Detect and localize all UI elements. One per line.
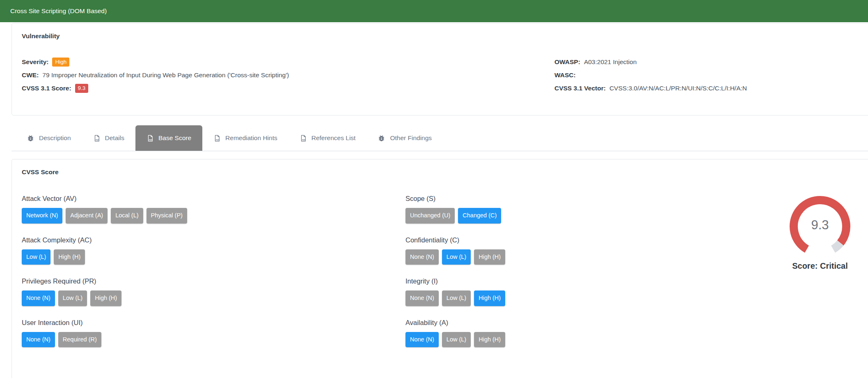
- metric-group-integrity: Integrity (I)None (N)Low (L)High (H): [405, 277, 767, 306]
- availability-label: Availability (A): [405, 319, 767, 327]
- attack-vector-option-network-n[interactable]: Network (N): [22, 208, 62, 224]
- window-titlebar: Cross Site Scripting (DOM Based): [0, 0, 868, 22]
- field-row-owasp: OWASP:A03:2021 Injection: [554, 57, 868, 67]
- pdf-icon: PDF: [147, 134, 154, 142]
- cvss-score-heading: CVSS Score: [22, 168, 868, 176]
- field-row-wasc: WASC:: [554, 70, 868, 80]
- severity-label: Severity:: [22, 58, 48, 66]
- pdf-icon: PDF: [300, 134, 307, 142]
- cvss-vector-label: CVSS 3.1 Vector:: [554, 85, 606, 92]
- confidentiality-option-high-h[interactable]: High (H): [474, 249, 505, 265]
- attack-complexity-option-low-l[interactable]: Low (L): [22, 249, 50, 265]
- owasp-label: OWASP:: [554, 58, 580, 66]
- cwe-label: CWE:: [22, 71, 39, 79]
- pdf-icon: PDF: [93, 134, 101, 142]
- tab-label: References List: [311, 134, 356, 142]
- tab-label: Other Findings: [390, 134, 432, 142]
- privileges-required-label: Privileges Required (PR): [22, 277, 405, 285]
- cvss-metrics-column-1: Scope (S)Unchanged (U)Changed (C)Confide…: [405, 195, 767, 360]
- vuln-fields-right: OWASP:A03:2021 InjectionWASC:CVSS 3.1 Ve…: [554, 57, 868, 97]
- scope-option-changed-c[interactable]: Changed (C): [458, 208, 501, 224]
- attack-complexity-label: Attack Complexity (AC): [22, 236, 405, 244]
- user-interaction-option-required-r[interactable]: Required (R): [58, 332, 101, 348]
- metric-group-attack-vector: Attack Vector (AV)Network (N)Adjacent (A…: [22, 195, 405, 224]
- cvss-score-panel: CVSS Score Attack Vector (AV)Network (N)…: [11, 159, 868, 378]
- integrity-option-none-n[interactable]: None (N): [405, 290, 439, 306]
- field-row-severity: Severity:High: [22, 57, 554, 67]
- attack-vector-label: Attack Vector (AV): [22, 195, 405, 203]
- vulnerability-heading: Vulnerability: [22, 32, 868, 40]
- svg-text:PDF: PDF: [302, 139, 306, 141]
- svg-text:PDF: PDF: [216, 139, 220, 141]
- cvss-metrics: Attack Vector (AV)Network (N)Adjacent (A…: [22, 195, 868, 360]
- field-row-cvss-vector: CVSS 3.1 Vector:CVSS:3.0/AV:N/AC:L/PR:N/…: [554, 83, 868, 93]
- tab-label: Description: [39, 134, 71, 142]
- vulnerability-panel: Vulnerability Severity:HighCWE:79 Improp…: [11, 23, 868, 115]
- tab-label: Base Score: [158, 134, 191, 142]
- cvss-score-badge: 9.3: [75, 84, 89, 93]
- svg-text:PDF: PDF: [96, 139, 99, 141]
- cvss-score-label: CVSS 3.1 Score:: [22, 85, 71, 92]
- tab-details[interactable]: PDFDetails: [82, 125, 135, 151]
- cvss-metrics-column-0: Attack Vector (AV)Network (N)Adjacent (A…: [22, 195, 405, 360]
- metric-group-confidentiality: Confidentiality (C)None (N)Low (L)High (…: [405, 236, 767, 265]
- cvss-vector-value: CVSS:3.0/AV:N/AC:L/PR:N/UI:N/S:C/C:L/I:H…: [609, 85, 747, 92]
- bug-icon: [27, 134, 34, 142]
- metric-group-attack-complexity: Attack Complexity (AC)Low (L)High (H): [22, 236, 405, 265]
- metric-group-user-interaction: User Interaction (UI)None (N)Required (R…: [22, 319, 405, 348]
- window-title: Cross Site Scripting (DOM Based): [10, 7, 107, 15]
- tab-label: Details: [105, 134, 124, 142]
- tab-label: Remediation Hints: [225, 134, 277, 142]
- privileges-required-option-none-n[interactable]: None (N): [22, 290, 55, 306]
- availability-option-high-h[interactable]: High (H): [474, 332, 505, 348]
- tab-remediation-hints[interactable]: PDFRemediation Hints: [202, 125, 289, 151]
- confidentiality-label: Confidentiality (C): [405, 236, 767, 244]
- scope-option-unchanged-u[interactable]: Unchanged (U): [405, 208, 455, 224]
- confidentiality-option-none-n[interactable]: None (N): [405, 249, 439, 265]
- availability-option-none-n[interactable]: None (N): [405, 332, 439, 348]
- integrity-label: Integrity (I): [405, 277, 767, 285]
- pdf-icon: PDF: [213, 134, 221, 142]
- privileges-required-option-high-h[interactable]: High (H): [90, 290, 121, 306]
- severity-badge: High: [52, 58, 69, 67]
- field-row-cwe: CWE:79 Improper Neutralization of Input …: [22, 70, 554, 80]
- gauge-score-value: 9.3: [789, 196, 851, 255]
- wasc-label: WASC:: [554, 71, 576, 79]
- vuln-fields-left: Severity:HighCWE:79 Improper Neutralizat…: [22, 57, 554, 97]
- user-interaction-option-none-n[interactable]: None (N): [22, 332, 55, 348]
- scope-label: Scope (S): [405, 195, 767, 203]
- tab-references-list[interactable]: PDFReferences List: [289, 125, 367, 151]
- metric-group-privileges-required: Privileges Required (PR)None (N)Low (L)H…: [22, 277, 405, 306]
- attack-vector-option-local-l[interactable]: Local (L): [111, 208, 143, 224]
- integrity-option-high-h[interactable]: High (H): [474, 290, 505, 306]
- user-interaction-label: User Interaction (UI): [22, 319, 405, 327]
- metric-group-scope: Scope (S)Unchanged (U)Changed (C): [405, 195, 767, 224]
- svg-text:PDF: PDF: [149, 139, 153, 141]
- metric-group-availability: Availability (A)None (N)Low (L)High (H): [405, 319, 767, 348]
- privileges-required-option-low-l[interactable]: Low (L): [58, 290, 87, 306]
- attack-vector-option-adjacent-a[interactable]: Adjacent (A): [66, 208, 108, 224]
- integrity-option-low-l[interactable]: Low (L): [442, 290, 471, 306]
- owasp-value: A03:2021 Injection: [584, 58, 637, 66]
- field-row-cvss-score: CVSS 3.1 Score:9.3: [22, 83, 554, 93]
- tab-base-score[interactable]: PDFBase Score: [135, 125, 202, 151]
- tab-other-findings[interactable]: Other Findings: [366, 125, 443, 151]
- attack-complexity-option-high-h[interactable]: High (H): [54, 249, 85, 265]
- gauge-score-label: Score: Critical: [789, 261, 851, 271]
- tab-bar: DescriptionPDFDetailsPDFBase ScorePDFRem…: [11, 125, 868, 151]
- tab-description[interactable]: Description: [16, 125, 82, 151]
- confidentiality-option-low-l[interactable]: Low (L): [442, 249, 471, 265]
- cvss-score-gauge: 9.3 Score: Critical: [789, 196, 851, 271]
- cwe-value: 79 Improper Neutralization of Input Duri…: [42, 71, 289, 79]
- availability-option-low-l[interactable]: Low (L): [442, 332, 471, 348]
- attack-vector-option-physical-p[interactable]: Physical (P): [147, 208, 187, 224]
- bug-icon: [378, 134, 385, 142]
